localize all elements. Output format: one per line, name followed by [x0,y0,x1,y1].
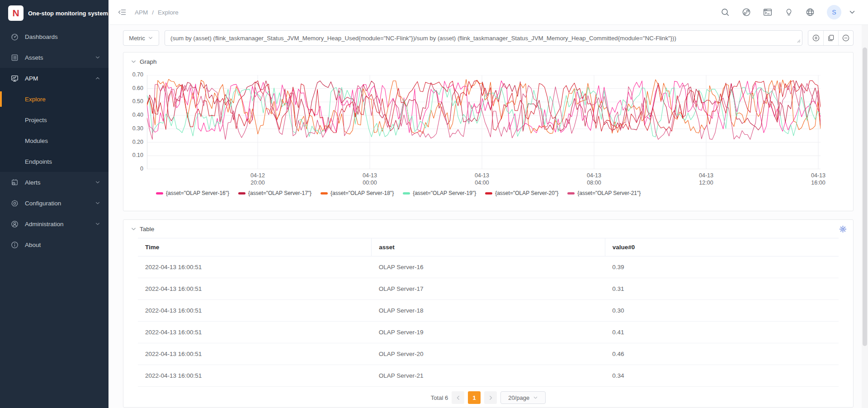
table-settings-gear-icon[interactable] [839,225,847,233]
top-header: APM / Explore [108,0,868,25]
sidebar: N One-stop monitoring system DashboardsA… [0,0,108,408]
resize-handle-icon[interactable] [796,38,801,44]
table-cell: OLAP Server-18 [372,300,605,322]
topbar-actions: S [721,5,856,19]
table-panel: Table Timeassetvalue#0 2022-04-13 16:00:… [123,219,854,408]
sidebar-item-configuration[interactable]: Configuration [0,193,108,213]
x-tick-label: 04-1304:00 [475,172,489,187]
sidebar-item-explore[interactable]: Explore [0,89,108,109]
table-cell: 0.30 [605,300,839,322]
table-cell: OLAP Server-21 [372,365,605,387]
graph-panel: Graph 0.700.600.500.400.300.200.100 04-1… [123,52,854,211]
column-header-value-0: value#0 [605,238,839,256]
table-panel-title: Table [140,226,154,232]
copy-query-button[interactable] [823,31,838,45]
vertical-scrollbar[interactable] [862,25,868,408]
chevron-down-icon [95,180,100,185]
configuration-icon [11,199,19,207]
link-icon[interactable] [742,8,751,17]
legend-label: {asset="OLAP Server-20"} [495,190,558,196]
chevron-down-icon [95,200,100,206]
table-row[interactable]: 2022-04-13 16:00:51OLAP Server-170.31 [138,278,839,300]
table-cell: OLAP Server-17 [372,278,605,300]
sidebar-item-assets[interactable]: Assets [0,47,108,68]
terminal-icon[interactable] [763,8,772,17]
collapse-graph-icon[interactable] [131,59,137,65]
breadcrumb-section[interactable]: APM [135,9,148,16]
table-row[interactable]: 2022-04-13 16:00:51OLAP Server-160.39 [138,256,839,278]
x-tick-label: 04-1308:00 [587,172,601,187]
legend-item[interactable]: {asset="OLAP Server-17"} [238,190,311,196]
legend-color-dash [567,192,575,195]
query-text: (sum by (asset) (flink_taskmanager_Statu… [170,35,676,42]
administration-icon [11,220,19,228]
legend-item[interactable]: {asset="OLAP Server-19"} [403,190,476,196]
globe-icon[interactable] [806,8,815,17]
x-tick-label: 04-1312:00 [699,172,713,187]
table-cell: 2022-04-13 16:00:51 [138,300,372,322]
sidebar-item-dashboards[interactable]: Dashboards [0,26,108,47]
sidebar-item-alerts[interactable]: Alerts [0,172,108,193]
table-cell: 0.34 [605,365,839,387]
query-input[interactable]: (sum by (asset) (flink_taskmanager_Statu… [165,30,802,46]
collapse-table-icon[interactable] [131,226,137,232]
table-cell: 2022-04-13 16:00:51 [138,365,372,387]
user-menu-chevron-icon[interactable] [848,8,856,16]
scrollbar-thumb[interactable] [863,47,867,346]
page-size-select[interactable]: 20/page [500,391,546,404]
collapse-sidebar-icon[interactable] [118,8,127,17]
sidebar-item-endpoints[interactable]: Endpoints [0,151,108,172]
query-bar: Metric (sum by (asset) (flink_taskmanage… [123,30,854,46]
column-header-time: Time [138,238,372,256]
legend-color-dash [156,192,163,195]
metric-type-select[interactable]: Metric [123,30,159,46]
table-cell: 2022-04-13 16:00:51 [138,256,372,278]
table-cell: 0.41 [605,322,839,343]
table-row[interactable]: 2022-04-13 16:00:51OLAP Server-200.46 [138,343,839,365]
chevron-down-icon [533,395,538,400]
sidebar-nav: DashboardsAssetsAPMExploreProjectsModule… [0,26,108,255]
user-avatar[interactable]: S [827,5,841,19]
legend-label: {asset="OLAP Server-17"} [248,190,311,196]
sidebar-item-projects[interactable]: Projects [0,109,108,130]
legend-item[interactable]: {asset="OLAP Server-21"} [567,190,641,196]
sidebar-item-about[interactable]: About [0,234,108,255]
chart-legend: {asset="OLAP Server-16"}{asset="OLAP Ser… [156,190,853,196]
legend-item[interactable]: {asset="OLAP Server-16"} [156,190,229,196]
remove-query-button[interactable] [838,31,853,45]
table-row[interactable]: 2022-04-13 16:00:51OLAP Server-190.41 [138,322,839,343]
table-cell: OLAP Server-16 [372,256,605,278]
table-cell: 2022-04-13 16:00:51 [138,278,372,300]
search-icon[interactable] [721,8,730,17]
table-cell: 0.39 [605,256,839,278]
alerts-icon [11,178,19,186]
chevron-up-icon [95,76,100,81]
sidebar-item-label: APM [25,75,38,82]
table-cell: 0.31 [605,278,839,300]
sidebar-item-administration[interactable]: Administration [0,213,108,234]
page-number-button[interactable]: 1 [468,391,481,404]
bulb-icon[interactable] [784,8,793,17]
next-page-button[interactable] [484,391,497,404]
sidebar-item-label: Assets [25,54,43,61]
x-tick-label: 04-1300:00 [363,172,377,187]
legend-item[interactable]: {asset="OLAP Server-20"} [485,190,558,196]
sidebar-item-label: Dashboards [25,33,58,40]
plot-area[interactable] [147,75,821,171]
breadcrumb-page: Explore [158,9,179,16]
sidebar-group-apm: APMExploreProjectsModulesEndpoints [0,68,108,172]
add-query-button[interactable] [808,31,823,45]
graph-panel-header: Graph [123,52,853,65]
table-row[interactable]: 2022-04-13 16:00:51OLAP Server-180.30 [138,300,839,322]
sidebar-item-modules[interactable]: Modules [0,130,108,151]
previous-page-button[interactable] [452,391,464,404]
y-tick-label: 0.70 [123,71,143,78]
sidebar-item-apm[interactable]: APM [0,68,108,89]
table-row[interactable]: 2022-04-13 16:00:51OLAP Server-210.34 [138,365,839,387]
table-cell: OLAP Server-19 [372,322,605,343]
y-tick-label: 0.30 [123,125,143,132]
legend-item[interactable]: {asset="OLAP Server-18"} [321,190,394,196]
breadcrumb: APM / Explore [135,9,179,16]
app-window: N One-stop monitoring system DashboardsA… [0,0,868,408]
table-cell: 0.46 [605,343,839,365]
